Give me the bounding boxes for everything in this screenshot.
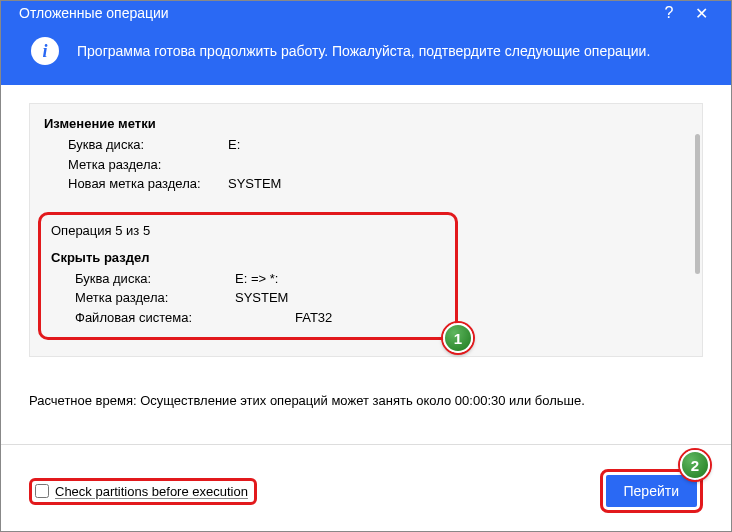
estimated-time: Расчетное время: Осуществление этих опер…	[29, 393, 703, 408]
scrollbar-thumb[interactable]	[695, 134, 700, 274]
kv-row: Новая метка раздела: SYSTEM	[44, 174, 688, 194]
op-a-title: Изменение метки	[44, 116, 688, 131]
kv-value: E: => *:	[235, 269, 278, 289]
annotation-callout-2: 2	[680, 450, 710, 480]
kv-value: E:	[228, 135, 240, 155]
divider	[1, 444, 731, 445]
kv-key: Файловая система:	[75, 308, 235, 328]
kv-key: Метка раздела:	[68, 155, 228, 175]
content-pane: Изменение метки Буква диска: E: Метка ра…	[1, 85, 731, 455]
kv-key: Новая метка раздела:	[68, 174, 228, 194]
checkbox-label[interactable]: Check partitions before execution	[55, 484, 248, 499]
kv-value: SYSTEM	[228, 174, 281, 194]
titlebar: Отложенные операции ? ✕	[1, 1, 731, 25]
op-b-title: Скрыть раздел	[51, 250, 445, 265]
info-bar: i Программа готова продолжить работу. По…	[1, 25, 731, 85]
checkbox-input[interactable]	[35, 484, 49, 498]
kv-value: SYSTEM	[235, 288, 288, 308]
operation-counter: Операция 5 из 5	[51, 223, 445, 238]
kv-row: Буква диска: E: => *:	[51, 269, 445, 289]
kv-row: Файловая система: FAT32	[51, 308, 445, 328]
close-button[interactable]: ✕	[685, 4, 717, 23]
kv-row: Метка раздела:	[44, 155, 688, 175]
kv-value: FAT32	[235, 308, 332, 328]
highlight-box-go: 2 Перейти	[600, 469, 703, 513]
operations-list: Изменение метки Буква диска: E: Метка ра…	[29, 103, 703, 357]
kv-row: Буква диска: E:	[44, 135, 688, 155]
help-button[interactable]: ?	[653, 4, 685, 22]
check-partitions-checkbox[interactable]: Check partitions before execution	[35, 484, 248, 499]
window-title: Отложенные операции	[19, 5, 653, 21]
dialog-window: Отложенные операции ? ✕ i Программа гото…	[0, 0, 732, 532]
info-message: Программа готова продолжить работу. Пожа…	[77, 43, 650, 59]
highlight-box-checkbox: Check partitions before execution	[29, 478, 257, 505]
go-button[interactable]: Перейти	[606, 475, 697, 507]
bottom-bar: Check partitions before execution 2 Пере…	[1, 455, 731, 531]
info-icon: i	[31, 37, 59, 65]
highlight-box-1: Операция 5 из 5 Скрыть раздел Буква диск…	[38, 212, 458, 341]
kv-row: Метка раздела: SYSTEM	[51, 288, 445, 308]
annotation-callout-1: 1	[443, 323, 473, 353]
kv-key: Буква диска:	[75, 269, 235, 289]
kv-key: Метка раздела:	[75, 288, 235, 308]
kv-key: Буква диска:	[68, 135, 228, 155]
